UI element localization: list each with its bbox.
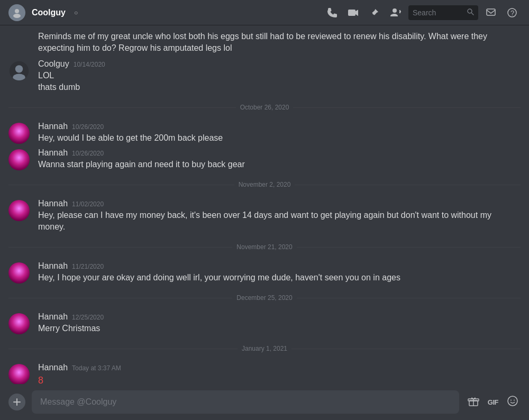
message-group: Hannah 10/26/2020 Hey, would I be able t… [0, 120, 529, 146]
avatar [8, 364, 30, 384]
svg-point-24 [508, 396, 517, 406]
message-timestamp: 10/26/2020 [72, 150, 104, 157]
svg-point-1 [13, 14, 21, 18]
message-group: Reminds me of my great uncle who lost bo… [0, 30, 529, 55]
video-button[interactable] [345, 4, 362, 21]
pinned-messages-button[interactable] [366, 4, 383, 21]
message-header: Hannah 11/02/2020 [38, 199, 521, 208]
message-group: Hannah 10/26/2020 Wanna start playing ag… [0, 146, 529, 172]
message-timestamp: Today at 3:37 AM [72, 364, 121, 372]
avatar [8, 200, 30, 221]
divider-line [291, 349, 521, 349]
gift-button[interactable] [466, 393, 481, 412]
input-actions: GIF [466, 393, 521, 412]
message-header: Hannah 11/21/2020 [38, 261, 521, 271]
call-button[interactable] [324, 4, 341, 21]
message-text: Hey, would I be able to get the 200m bac… [38, 132, 521, 144]
add-friend-button[interactable] [387, 4, 404, 21]
message-text: Wanna start playing again and need it to… [38, 159, 521, 170]
message-author: Hannah [38, 199, 68, 208]
message-timestamp: 10/14/2020 [74, 61, 105, 68]
emoji-button[interactable] [505, 393, 521, 412]
channel-name: Coolguy [32, 8, 66, 17]
svg-rect-4 [487, 9, 495, 15]
divider-line [8, 107, 236, 108]
message-content: Hannah 10/26/2020 Hey, would I be able t… [38, 122, 521, 144]
date-divider-text: November 2, 2020 [239, 181, 291, 188]
message-header: Coolguy 10/14/2020 [38, 59, 521, 69]
search-box[interactable] [408, 5, 478, 20]
message-author: Coolguy [38, 59, 69, 69]
svg-point-0 [15, 9, 19, 13]
svg-point-2 [468, 9, 472, 13]
message-content: Hannah 11/21/2020 Hey, I hope your are o… [38, 261, 521, 284]
avatar [8, 149, 30, 170]
message-header: Hannah 10/26/2020 [38, 122, 521, 131]
avatar [8, 60, 30, 81]
date-divider: January 1, 2021 [0, 341, 529, 357]
message-content: Coolguy 10/14/2020 LOL thats dumb [38, 59, 521, 93]
divider-line [295, 185, 521, 185]
message-text: Reminds me of my great uncle who lost bo… [38, 32, 487, 52]
message-group: Hannah 11/21/2020 Hey, I hope your are o… [0, 259, 529, 286]
divider-line [297, 298, 521, 298]
message-content: Hannah 11/02/2020 Hey, please can I have… [38, 199, 521, 233]
divider-line [293, 107, 521, 108]
avatar [8, 123, 30, 144]
message-group: Hannah 12/25/2020 Merry Christmas [0, 310, 529, 336]
message-input[interactable] [32, 390, 459, 414]
message-text: LOL [38, 70, 521, 81]
message-timestamp: 11/21/2020 [72, 263, 104, 270]
message-group: Hannah 11/02/2020 Hey, please can I have… [0, 197, 529, 235]
search-input[interactable] [413, 8, 463, 17]
header-actions: ? [324, 4, 521, 21]
date-divider: November 21, 2020 [0, 239, 529, 255]
message-header: Hannah 10/26/2020 [38, 148, 521, 158]
message-group: Hannah Today at 3:37 AM 8 [0, 361, 529, 384]
message-text: Hey, please can I have my money back, it… [38, 209, 521, 233]
message-content: Hannah Today at 3:37 AM 8 [38, 363, 521, 384]
date-divider-text: January 1, 2021 [242, 345, 287, 352]
date-divider: December 25, 2020 [0, 290, 529, 306]
message-author: Hannah [38, 312, 68, 322]
divider-line [297, 247, 521, 248]
help-button[interactable]: ? [504, 4, 521, 21]
svg-point-26 [514, 399, 515, 400]
message-author: Hannah [38, 363, 68, 372]
divider-line [8, 185, 234, 185]
message-author: Hannah [38, 148, 68, 158]
online-indicator: ○ [74, 9, 78, 16]
svg-line-3 [472, 13, 474, 15]
message-header: Hannah Today at 3:37 AM [38, 363, 521, 372]
date-divider-text: October 26, 2020 [240, 104, 289, 111]
message-author: Hannah [38, 122, 68, 131]
avatar [8, 313, 30, 334]
header: Coolguy ○ [0, 0, 529, 25]
message-header: Hannah 12/25/2020 [38, 312, 521, 322]
gif-button[interactable]: GIF [486, 396, 500, 408]
message-content: Hannah 12/25/2020 Merry Christmas [38, 312, 521, 334]
message-emoji: 8 [38, 373, 521, 384]
date-divider-text: November 21, 2020 [236, 243, 292, 251]
message-group: Coolguy 10/14/2020 LOL thats dumb [0, 57, 529, 95]
message-content: Hannah 10/26/2020 Wanna start playing ag… [38, 148, 521, 170]
add-attachment-button[interactable] [8, 394, 25, 410]
message-timestamp: 12/25/2020 [72, 314, 104, 321]
divider-line [8, 298, 232, 298]
date-divider-text: December 25, 2020 [236, 294, 292, 302]
messages-area: Reminds me of my great uncle who lost bo… [0, 25, 529, 384]
date-divider: October 26, 2020 [0, 99, 529, 115]
message-text: Merry Christmas [38, 323, 521, 334]
svg-point-25 [510, 399, 512, 400]
svg-point-8 [15, 65, 23, 72]
date-divider: November 2, 2020 [0, 177, 529, 193]
dm-avatar [8, 4, 25, 21]
search-icon [467, 8, 474, 17]
svg-point-9 [13, 74, 25, 81]
svg-text:?: ? [510, 9, 514, 17]
divider-line [8, 247, 232, 248]
avatar [8, 262, 30, 284]
inbox-button[interactable] [482, 4, 499, 21]
message-text: Hey, I hope your are okay and doing well… [38, 272, 521, 284]
message-timestamp: 11/02/2020 [72, 200, 104, 208]
